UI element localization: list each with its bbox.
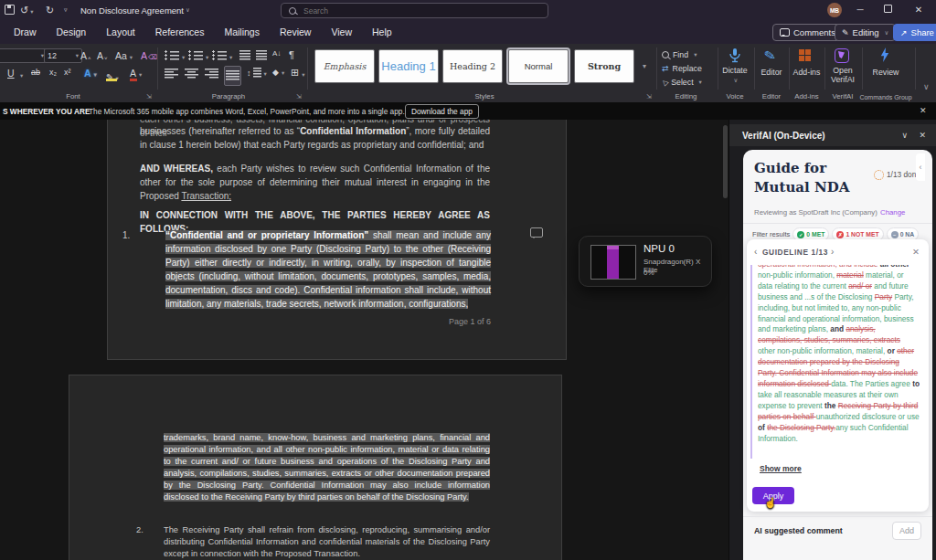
review-command-label[interactable]: Review <box>862 68 909 77</box>
dictate-icon[interactable] <box>729 48 741 68</box>
style-emphasis[interactable]: Emphasis <box>314 49 375 83</box>
font-name-combo[interactable]: ▾ <box>0 48 48 63</box>
addins-icon[interactable] <box>799 49 811 61</box>
justify-button[interactable] <box>224 66 241 86</box>
guideline-next-icon[interactable]: › <box>831 247 834 257</box>
download-app-button[interactable]: Download the app <box>405 104 479 119</box>
tab-mailings[interactable]: Mailings <box>224 26 260 37</box>
guideline-prev-icon[interactable]: ‹ <box>754 247 757 257</box>
comments-button[interactable]: Comments <box>772 24 843 41</box>
pilcrow-button[interactable]: ¶ <box>289 49 294 60</box>
minimize-button[interactable]: ─ <box>850 0 870 20</box>
title-dropdown-icon: ∨ <box>186 6 190 14</box>
align-center-button[interactable] <box>185 69 198 79</box>
editor-icon[interactable]: ✎ <box>763 47 778 65</box>
list-number-2: 2. <box>136 524 144 536</box>
tab-view[interactable]: View <box>331 26 352 37</box>
open-verifai-label[interactable]: Open VerifAI <box>824 66 861 84</box>
change-case-button[interactable]: Aa▾ <box>115 50 133 61</box>
tab-review[interactable]: Review <box>280 26 311 37</box>
shading-button[interactable]: ◆▾ <box>272 68 284 77</box>
open-verifai-icon[interactable] <box>835 48 849 63</box>
page-footer: Page 1 of 6 <box>165 315 491 329</box>
styles-gallery-more-icon[interactable]: ▾ <box>643 62 646 70</box>
font-dialog-launcher-icon[interactable]: ⇲ <box>146 93 152 100</box>
tab-references[interactable]: References <box>155 26 205 37</box>
editor-label[interactable]: Editor <box>754 68 789 77</box>
margin-comment-icon[interactable] <box>530 227 543 238</box>
borders-button[interactable]: ⊞▾ <box>291 67 304 79</box>
paragraph-dialog-launcher-icon[interactable]: ⇲ <box>296 93 302 100</box>
banner-close-icon[interactable]: ✕ <box>920 106 927 115</box>
review-bolt-icon[interactable] <box>879 48 890 62</box>
numbering-button[interactable] <box>188 50 203 60</box>
collapse-ribbon-icon[interactable]: ∨ <box>923 82 930 91</box>
paragraph-whereas: AND WHEREAS, each Party wishes to review… <box>140 162 490 203</box>
tab-draw[interactable]: Draw <box>14 26 37 37</box>
find-button[interactable]: Find▾ <box>662 49 697 60</box>
addins-group-label: Add-ins <box>789 92 824 100</box>
redo-button[interactable]: ↻ <box>46 0 54 20</box>
add-comment-button[interactable]: Add <box>892 522 921 540</box>
superscript-button[interactable]: x² <box>64 68 71 77</box>
tab-help[interactable]: Help <box>372 26 392 37</box>
line-spacing-button[interactable]: ↕▾ <box>247 68 267 78</box>
underline-button[interactable]: U <box>7 68 15 79</box>
quick-access-menu-icon[interactable]: ▿ <box>64 0 68 20</box>
search-input[interactable] <box>281 3 548 18</box>
style-normal[interactable]: Normal <box>508 49 569 83</box>
redline-accent-bar <box>750 265 752 459</box>
decrease-indent-button[interactable] <box>239 50 250 60</box>
document-scrollbar[interactable] <box>723 125 728 198</box>
tab-layout[interactable]: Layout <box>106 26 135 37</box>
document-canvas[interactable]: each other’s business, assets, financial… <box>0 120 729 560</box>
replace-button[interactable]: ⇄Replace <box>662 63 702 74</box>
clear-formatting-button[interactable]: A⌫ <box>141 50 157 61</box>
show-more-link[interactable]: Show more <box>760 464 802 473</box>
page-1[interactable]: each other’s business, assets, financial… <box>107 120 567 360</box>
grow-font-button[interactable]: A˄ <box>80 50 91 61</box>
align-right-button[interactable] <box>205 69 218 79</box>
select-button[interactable]: ▷Select▾ <box>662 77 702 88</box>
highlight-color-button[interactable]: ✎▾ <box>106 68 119 84</box>
bullets-button[interactable] <box>165 50 179 60</box>
avatar[interactable]: MB <box>827 3 842 17</box>
align-left-button[interactable] <box>165 69 178 79</box>
addins-label[interactable]: Add-ins <box>789 68 824 77</box>
subscript-button[interactable]: x₂ <box>49 68 57 77</box>
paragraph-item2: The Receiving Party shall refrain from d… <box>164 524 490 560</box>
close-window-button[interactable]: ✕ <box>909 0 929 20</box>
tab-design[interactable]: Design <box>57 26 87 37</box>
dictate-label[interactable]: Dictate∨ <box>716 66 754 85</box>
save-icon[interactable] <box>5 0 14 9</box>
font-color-button[interactable]: A▾ <box>130 68 142 79</box>
npu-usage-bar <box>607 246 619 279</box>
increase-indent-button[interactable] <box>256 50 267 60</box>
guideline-label: GUIDELINE 1/13 <box>762 248 828 257</box>
editing-mode-button[interactable]: ✎ Editing∨ <box>835 24 896 41</box>
reviewing-as-text: Reviewing as SpotDraft Inc (Company) <box>754 208 878 217</box>
document-title[interactable]: Non Disclosure Agreement∨ <box>80 0 190 20</box>
change-link[interactable]: Change <box>880 208 905 217</box>
shrink-font-button[interactable]: A˅ <box>97 50 108 61</box>
share-button[interactable]: ↗ Share∨ <box>893 24 936 41</box>
undo-button[interactable]: ↺▾ <box>20 0 33 22</box>
guideline-close-icon[interactable]: ✕ <box>912 247 920 257</box>
style-strong[interactable]: Strong <box>574 49 634 83</box>
panel-collapse-icon[interactable]: ∨ <box>901 131 908 140</box>
style-heading2[interactable]: Heading 2 <box>442 49 503 83</box>
underline-dropdown-icon[interactable]: ▾ <box>20 72 23 79</box>
multilevel-list-button[interactable] <box>212 50 227 60</box>
style-heading1[interactable]: Heading 1 <box>378 49 439 83</box>
sort-button[interactable]: A↓ <box>272 49 281 58</box>
strikethrough-button[interactable]: ab <box>31 68 40 77</box>
page-2[interactable]: trademarks, brand name, know-how, busine… <box>69 375 562 560</box>
styles-dialog-launcher-icon[interactable]: ⇲ <box>646 93 652 100</box>
text-effects-button[interactable]: A▾ <box>84 68 97 79</box>
panel-expand-handle[interactable]: ‹ <box>916 153 925 181</box>
font-size-combo[interactable]: 12▾ <box>44 48 82 63</box>
restore-button[interactable] <box>878 0 898 20</box>
editing-group-label: Editing <box>656 92 716 100</box>
search-field[interactable] <box>302 5 516 16</box>
panel-close-icon[interactable]: ✕ <box>919 131 926 140</box>
